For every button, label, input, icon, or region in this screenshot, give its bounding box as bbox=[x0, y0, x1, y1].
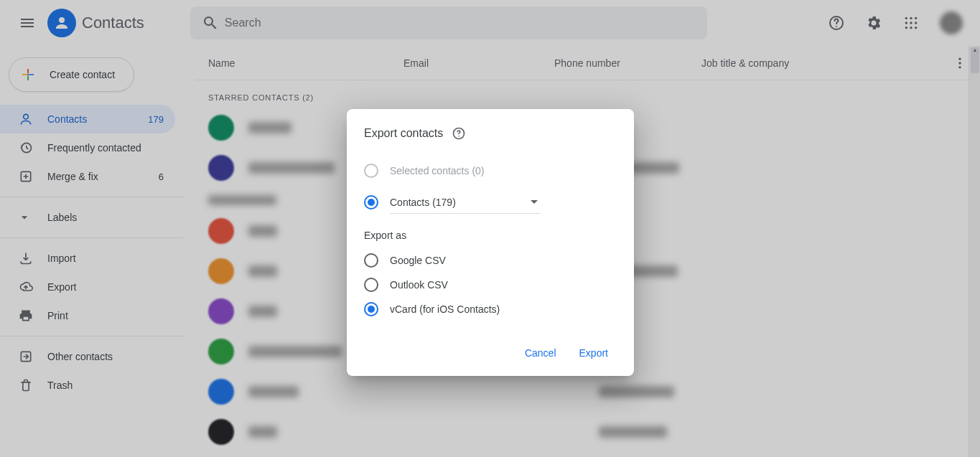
radio-google-csv-label: Google CSV bbox=[390, 255, 446, 266]
dropdown-arrow-icon bbox=[531, 200, 538, 204]
svg-point-21 bbox=[458, 136, 459, 137]
dialog-title: Export contacts bbox=[364, 127, 443, 140]
contacts-group-dropdown[interactable]: Contacts (179) bbox=[390, 191, 541, 214]
radio-contacts-group[interactable] bbox=[364, 195, 378, 209]
export-as-heading: Export as bbox=[364, 230, 617, 241]
radio-google-csv[interactable] bbox=[364, 253, 378, 268]
radio-outlook-csv[interactable] bbox=[364, 278, 378, 292]
radio-selected-contacts-label: Selected contacts (0) bbox=[390, 165, 485, 176]
radio-outlook-csv-label: Outlook CSV bbox=[390, 279, 448, 291]
radio-vcard-label: vCard (for iOS Contacts) bbox=[390, 303, 500, 315]
export-button[interactable]: Export bbox=[571, 341, 617, 364]
radio-selected-contacts bbox=[364, 164, 378, 178]
dialog-help-button[interactable] bbox=[452, 126, 466, 141]
radio-vcard[interactable] bbox=[364, 302, 378, 316]
cancel-button[interactable]: Cancel bbox=[516, 341, 565, 364]
help-icon bbox=[452, 126, 466, 141]
export-dialog: Export contacts Selected contacts (0) Co… bbox=[347, 109, 634, 376]
